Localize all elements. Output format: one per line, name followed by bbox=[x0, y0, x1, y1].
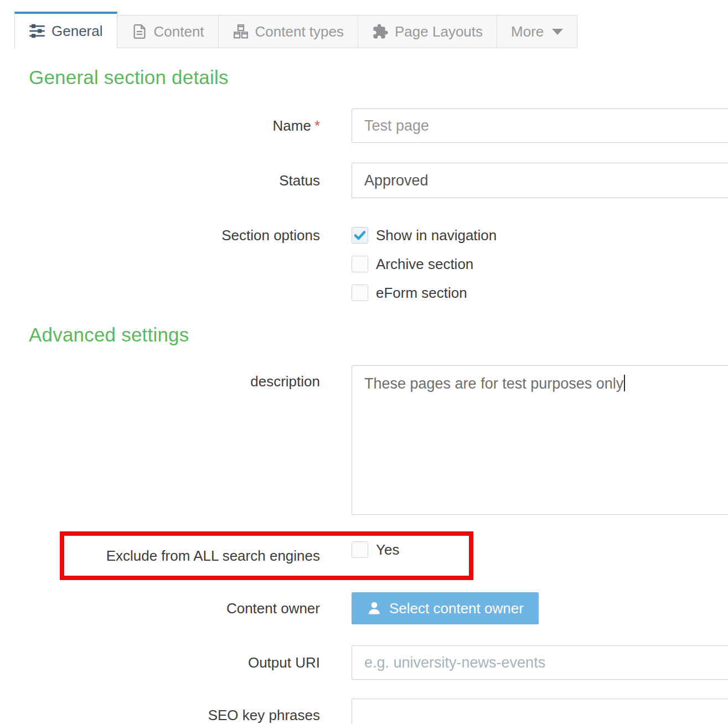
status-label: Status bbox=[0, 172, 320, 189]
tab-more[interactable]: More bbox=[497, 15, 577, 48]
exclude-search-option: Yes bbox=[352, 541, 728, 558]
tab-page-layouts-label: Page Layouts bbox=[395, 23, 483, 40]
archive-section-option: Archive section bbox=[352, 256, 728, 272]
tab-bar: General Content bbox=[14, 12, 577, 48]
file-icon bbox=[131, 23, 148, 40]
seo-key-phrases-input[interactable] bbox=[352, 699, 728, 724]
description-textarea[interactable]: These pages are for test purposes only bbox=[352, 365, 728, 515]
tab-general-label: General bbox=[51, 23, 103, 40]
content-owner-label: Content owner bbox=[0, 600, 320, 617]
exclude-search-checkbox[interactable] bbox=[352, 541, 368, 558]
content-owner-row: Content owner Select content owner bbox=[0, 592, 728, 624]
tab-content-types[interactable]: Content types bbox=[219, 15, 358, 48]
section-details-page: General Content bbox=[0, 0, 728, 724]
tab-general[interactable]: General bbox=[14, 12, 117, 48]
cubes-icon bbox=[233, 23, 249, 40]
text-cursor bbox=[624, 375, 625, 391]
tab-more-label: More bbox=[511, 23, 544, 40]
sliders-icon bbox=[29, 23, 45, 39]
output-uri-input[interactable] bbox=[352, 645, 728, 680]
name-field-row: Name* bbox=[0, 108, 728, 143]
description-field-row: description These pages are for test pur… bbox=[0, 365, 728, 515]
eform-section-label: eForm section bbox=[376, 285, 467, 301]
select-content-owner-label: Select content owner bbox=[389, 600, 524, 617]
eform-section-checkbox[interactable] bbox=[352, 285, 368, 301]
archive-section-label: Archive section bbox=[376, 256, 473, 272]
tab-content[interactable]: Content bbox=[117, 15, 219, 48]
select-content-owner-button[interactable]: Select content owner bbox=[352, 592, 539, 624]
section-options-row: Section options Show in navigation Archi… bbox=[0, 227, 728, 313]
tab-page-layouts[interactable]: Page Layouts bbox=[358, 15, 497, 48]
caret-down-icon bbox=[552, 29, 563, 35]
output-uri-row: Output URI bbox=[0, 645, 728, 680]
show-in-navigation-label: Show in navigation bbox=[376, 227, 497, 244]
puzzle-icon bbox=[372, 23, 389, 40]
tab-content-label: Content bbox=[154, 23, 204, 40]
show-in-navigation-option: Show in navigation bbox=[352, 227, 728, 244]
check-icon bbox=[353, 229, 366, 242]
description-label: description bbox=[0, 365, 320, 390]
output-uri-label: Output URI bbox=[0, 654, 320, 671]
status-field-row: Status bbox=[0, 163, 728, 198]
person-icon bbox=[366, 601, 382, 616]
section-options-label: Section options bbox=[0, 227, 320, 244]
exclude-search-row: Exclude from ALL search engines Yes bbox=[0, 544, 728, 568]
show-in-navigation-checkbox[interactable] bbox=[352, 227, 368, 244]
archive-section-checkbox[interactable] bbox=[352, 256, 368, 272]
status-input[interactable] bbox=[352, 163, 728, 198]
exclude-search-label: Exclude from ALL search engines bbox=[0, 544, 320, 568]
general-section-heading: General section details bbox=[29, 66, 229, 89]
tab-content-types-label: Content types bbox=[255, 23, 344, 40]
eform-section-option: eForm section bbox=[352, 285, 728, 301]
seo-key-phrases-row: SEO key phrases bbox=[0, 699, 728, 724]
name-label: Name* bbox=[0, 117, 320, 135]
exclude-search-yes-label: Yes bbox=[376, 541, 399, 558]
seo-key-phrases-label: SEO key phrases bbox=[0, 699, 320, 724]
name-input[interactable] bbox=[352, 108, 728, 143]
required-asterisk: * bbox=[314, 117, 320, 134]
advanced-settings-heading: Advanced settings bbox=[29, 324, 189, 346]
